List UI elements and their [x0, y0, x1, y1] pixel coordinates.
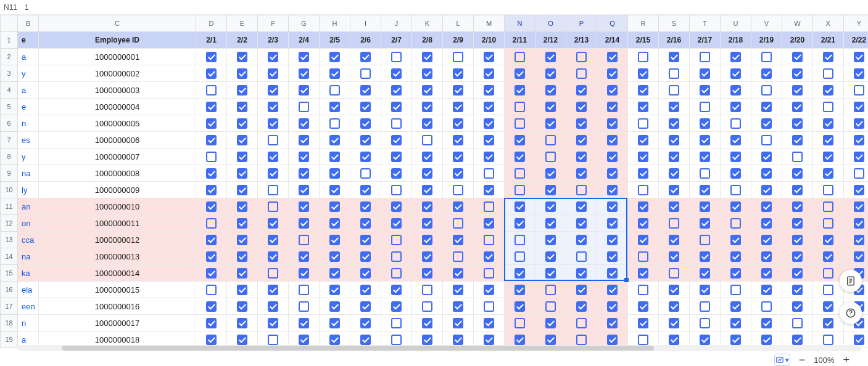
- cell-X5[interactable]: [813, 99, 844, 115]
- checkbox[interactable]: [391, 185, 402, 195]
- cell-U4[interactable]: [721, 82, 751, 99]
- checkbox[interactable]: [237, 268, 247, 279]
- checkbox[interactable]: [792, 135, 803, 145]
- cell-F16[interactable]: [258, 282, 289, 298]
- checkbox[interactable]: [669, 102, 679, 112]
- checkbox[interactable]: [391, 68, 402, 79]
- checkbox[interactable]: [792, 318, 803, 328]
- id-cell[interactable]: 1000000009: [39, 182, 196, 198]
- cell-N12[interactable]: [505, 215, 535, 232]
- cell-H18[interactable]: [320, 315, 350, 331]
- checkbox[interactable]: [329, 85, 340, 96]
- cell-E8[interactable]: [227, 148, 258, 165]
- column-header-C[interactable]: C: [39, 15, 196, 32]
- cell-E9[interactable]: [227, 165, 258, 182]
- checkbox[interactable]: [700, 68, 710, 79]
- column-header-X[interactable]: X: [813, 15, 844, 32]
- checkbox[interactable]: [268, 251, 278, 262]
- checkbox[interactable]: [823, 218, 833, 229]
- checkbox[interactable]: [730, 318, 741, 328]
- checkbox[interactable]: [669, 135, 679, 145]
- zoom-out-button[interactable]: −: [799, 354, 806, 365]
- checkbox[interactable]: [206, 52, 217, 62]
- cell-R12[interactable]: [628, 215, 659, 232]
- cell-F9[interactable]: [258, 165, 289, 182]
- checkbox[interactable]: [391, 152, 402, 162]
- cell-H2[interactable]: [320, 49, 350, 65]
- cell-M8[interactable]: [474, 148, 505, 165]
- cell-D14[interactable]: [196, 248, 227, 265]
- cell-O4[interactable]: [535, 82, 566, 99]
- row-header-16[interactable]: 16: [1, 282, 18, 298]
- checkbox[interactable]: [360, 185, 371, 195]
- column-header-H[interactable]: H: [320, 15, 350, 32]
- cell-O18[interactable]: [535, 315, 566, 331]
- cell-N16[interactable]: [505, 282, 535, 298]
- checkbox[interactable]: [545, 152, 556, 162]
- cell-K13[interactable]: [412, 232, 443, 248]
- checkbox[interactable]: [515, 85, 525, 96]
- cell-N15[interactable]: [505, 265, 535, 282]
- cell-M7[interactable]: [474, 132, 505, 148]
- name-cell[interactable]: ly: [18, 182, 39, 198]
- checkbox[interactable]: [515, 168, 525, 179]
- checkbox[interactable]: [329, 301, 340, 312]
- checkbox[interactable]: [515, 285, 525, 295]
- checkbox[interactable]: [638, 68, 648, 79]
- cell-T4[interactable]: [690, 82, 721, 99]
- checkbox[interactable]: [638, 301, 648, 312]
- cell-R4[interactable]: [628, 82, 659, 99]
- checkbox[interactable]: [607, 135, 618, 145]
- checkbox[interactable]: [638, 268, 648, 279]
- checkbox[interactable]: [576, 251, 587, 262]
- cell-P15[interactable]: [566, 265, 597, 282]
- cell-Q12[interactable]: [597, 215, 628, 232]
- cell-Y9[interactable]: [844, 165, 869, 182]
- cell-X4[interactable]: [813, 82, 844, 99]
- cell-K7[interactable]: [412, 132, 443, 148]
- checkbox[interactable]: [854, 68, 864, 79]
- cell-K11[interactable]: [412, 198, 443, 215]
- cell-O12[interactable]: [535, 215, 566, 232]
- checkbox[interactable]: [268, 168, 278, 179]
- cell-E13[interactable]: [227, 232, 258, 248]
- checkbox[interactable]: [515, 152, 525, 162]
- cell-L17[interactable]: [443, 298, 474, 315]
- header-cell[interactable]: 2/10: [474, 32, 505, 49]
- row-header-6[interactable]: 6: [1, 115, 18, 132]
- cell-M12[interactable]: [474, 215, 505, 232]
- checkbox[interactable]: [422, 218, 432, 229]
- header-cell[interactable]: 2/5: [320, 32, 350, 49]
- checkbox[interactable]: [360, 251, 371, 262]
- checkbox[interactable]: [329, 268, 340, 279]
- cell-Y2[interactable]: [844, 49, 869, 65]
- checkbox[interactable]: [237, 285, 247, 295]
- checkbox[interactable]: [515, 251, 525, 262]
- row-header-10[interactable]: 10: [1, 182, 18, 198]
- name-cell[interactable]: y: [18, 148, 39, 165]
- cell-T7[interactable]: [690, 132, 721, 148]
- checkbox[interactable]: [576, 201, 587, 212]
- checkbox[interactable]: [206, 135, 217, 145]
- row-header-1[interactable]: 1: [1, 32, 18, 49]
- checkbox[interactable]: [607, 52, 618, 62]
- checkbox[interactable]: [730, 102, 741, 112]
- checkbox[interactable]: [823, 268, 833, 279]
- checkbox[interactable]: [700, 185, 710, 195]
- checkbox[interactable]: [700, 85, 710, 96]
- checkbox[interactable]: [730, 152, 741, 162]
- side-panel-button[interactable]: [840, 270, 862, 292]
- checkbox[interactable]: [422, 52, 432, 62]
- checkbox[interactable]: [360, 285, 371, 295]
- checkbox[interactable]: [607, 102, 618, 112]
- cell-X17[interactable]: [813, 298, 844, 315]
- checkbox[interactable]: [422, 85, 432, 96]
- checkbox[interactable]: [669, 218, 679, 229]
- name-cell[interactable]: n: [18, 115, 39, 132]
- checkbox[interactable]: [391, 118, 402, 129]
- checkbox[interactable]: [422, 168, 432, 179]
- checkbox[interactable]: [576, 168, 587, 179]
- cell-H3[interactable]: [320, 65, 350, 82]
- checkbox[interactable]: [268, 318, 278, 328]
- checkbox[interactable]: [422, 152, 432, 162]
